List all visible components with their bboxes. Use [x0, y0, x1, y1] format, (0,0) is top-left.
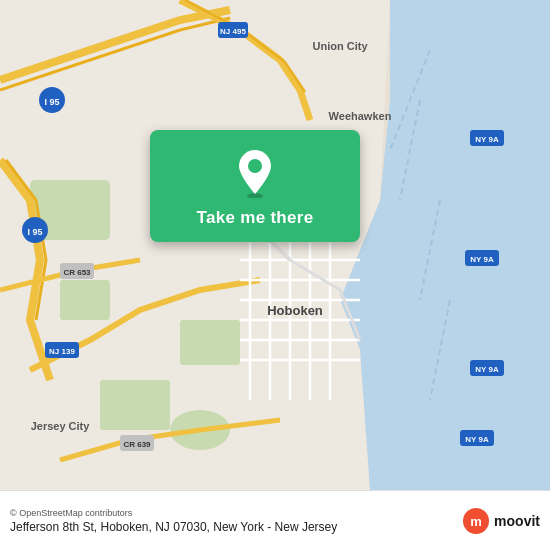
svg-text:Jersey City: Jersey City	[31, 420, 91, 432]
take-me-there-label: Take me there	[197, 208, 314, 228]
svg-rect-9	[180, 320, 240, 365]
map-container: I 95 I 95 NJ 495 NY 9A NY 9A NY 9A NY 9A…	[0, 0, 550, 490]
osm-credit: © OpenStreetMap contributors	[10, 508, 337, 518]
bottom-bar: © OpenStreetMap contributors Jefferson 8…	[0, 490, 550, 550]
svg-text:m: m	[470, 514, 482, 529]
map-svg: I 95 I 95 NJ 495 NY 9A NY 9A NY 9A NY 9A…	[0, 0, 550, 490]
svg-text:Union City: Union City	[313, 40, 369, 52]
moovit-icon: m	[462, 507, 490, 535]
svg-text:NY 9A: NY 9A	[465, 435, 489, 444]
svg-text:NY 9A: NY 9A	[470, 255, 494, 264]
svg-point-48	[248, 159, 262, 173]
svg-text:I 95: I 95	[44, 97, 59, 107]
location-pin-icon	[233, 148, 277, 198]
svg-text:NY 9A: NY 9A	[475, 365, 499, 374]
svg-text:Hoboken: Hoboken	[267, 303, 323, 318]
svg-text:NJ 139: NJ 139	[49, 347, 75, 356]
address-text: Jefferson 8th St, Hoboken, NJ 07030, New…	[10, 520, 337, 534]
svg-text:CR 653: CR 653	[63, 268, 91, 277]
svg-text:CR 639: CR 639	[123, 440, 151, 449]
svg-text:NJ 495: NJ 495	[220, 27, 246, 36]
moovit-logo: m moovit	[462, 507, 540, 535]
svg-rect-10	[100, 380, 170, 430]
svg-text:Weehawken: Weehawken	[329, 110, 392, 122]
svg-text:NY 9A: NY 9A	[475, 135, 499, 144]
bottom-left: © OpenStreetMap contributors Jefferson 8…	[10, 508, 337, 534]
take-me-there-button[interactable]: Take me there	[150, 130, 360, 242]
moovit-text: moovit	[494, 513, 540, 529]
svg-rect-8	[60, 280, 110, 320]
svg-text:I 95: I 95	[27, 227, 42, 237]
